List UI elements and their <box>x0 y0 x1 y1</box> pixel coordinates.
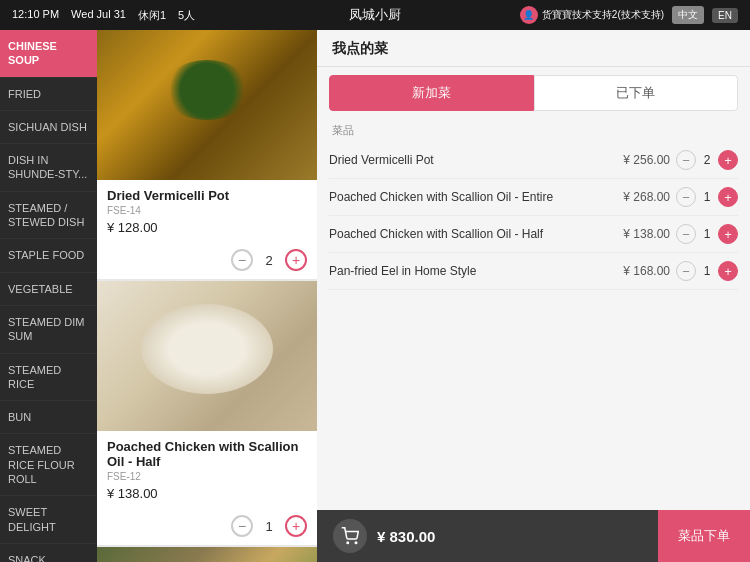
menu-item-0: Dried Vermicelli PotFSE-14¥ 128.00−2+ <box>97 30 317 279</box>
menu-item-qty-1: 1 <box>261 519 277 534</box>
food-image-2 <box>97 547 317 562</box>
svg-point-1 <box>355 542 357 544</box>
order-qty-0: 2 <box>700 153 714 167</box>
order-row-controls-1: −1+ <box>676 187 738 207</box>
order-row-3: Pan-fried Eel in Home Style¥ 168.00−1+ <box>329 253 738 290</box>
menu-list: Dried Vermicelli PotFSE-14¥ 128.00−2+Poa… <box>97 30 317 562</box>
sidebar-item-0[interactable]: CHINESE SOUP <box>0 30 97 78</box>
sidebar-item-4[interactable]: STEAMED / STEWED DISH <box>0 192 97 240</box>
order-qty-3: 1 <box>700 264 714 278</box>
checkout-button[interactable]: 菜品下单 <box>658 510 750 562</box>
order-plus-2[interactable]: + <box>718 224 738 244</box>
order-row-name-3: Pan-fried Eel in Home Style <box>329 264 606 278</box>
menu-item-1: Poached Chicken with Scallion Oil - Half… <box>97 281 317 545</box>
order-row-price-1: ¥ 268.00 <box>612 190 670 204</box>
order-qty-1: 1 <box>700 190 714 204</box>
menu-item-plus-1[interactable]: + <box>285 515 307 537</box>
sidebar-item-7[interactable]: STEAMED DIM SUM <box>0 306 97 354</box>
order-plus-1[interactable]: + <box>718 187 738 207</box>
order-row-price-3: ¥ 168.00 <box>612 264 670 278</box>
order-items: Dried Vermicelli Pot¥ 256.00−2+Poached C… <box>317 142 750 510</box>
topbar: 12:10 PM Wed Jul 31 休闲1 5人 凤城小厨 👤 货寶寶技术支… <box>0 0 750 30</box>
sidebar-item-10[interactable]: STEAMED RICE FLOUR ROLL <box>0 434 97 496</box>
sidebar: CHINESE SOUPFRIEDSICHUAN DISHDISH IN SHU… <box>0 30 97 562</box>
order-qty-2: 1 <box>700 227 714 241</box>
sidebar-item-2[interactable]: SICHUAN DISH <box>0 111 97 144</box>
sidebar-item-8[interactable]: STEAMED RICE <box>0 354 97 402</box>
sidebar-item-12[interactable]: SNACK <box>0 544 97 562</box>
restaurant-name: 凤城小厨 <box>349 6 401 24</box>
order-row-controls-0: −2+ <box>676 150 738 170</box>
order-row-name-1: Poached Chicken with Scallion Oil - Enti… <box>329 190 606 204</box>
food-image-1 <box>97 281 317 431</box>
menu-item-controls-1: −1+ <box>97 511 317 545</box>
menu-item-minus-0[interactable]: − <box>231 249 253 271</box>
order-tabs: 新加菜 已下单 <box>317 67 750 119</box>
status-day: Wed Jul 31 <box>71 8 126 23</box>
order-row-price-2: ¥ 138.00 <box>612 227 670 241</box>
sidebar-item-9[interactable]: BUN <box>0 401 97 434</box>
order-minus-1[interactable]: − <box>676 187 696 207</box>
sidebar-item-11[interactable]: SWEET DELIGHT <box>0 496 97 544</box>
menu-item-minus-1[interactable]: − <box>231 515 253 537</box>
status-time: 12:10 PM <box>12 8 59 23</box>
order-row-price-0: ¥ 256.00 <box>612 153 670 167</box>
menu-item-name-1: Poached Chicken with Scallion Oil - Half <box>107 439 307 469</box>
total-price: ¥ 830.00 <box>377 528 435 545</box>
order-row-controls-2: −1+ <box>676 224 738 244</box>
topbar-left: 12:10 PM Wed Jul 31 休闲1 5人 <box>12 8 195 23</box>
order-minus-2[interactable]: − <box>676 224 696 244</box>
sidebar-item-3[interactable]: DISH IN SHUNDE-STY... <box>0 144 97 192</box>
user-info: 👤 货寶寶技术支持2(技术支持) <box>520 6 664 24</box>
tab-ordered[interactable]: 已下单 <box>534 75 739 111</box>
order-plus-3[interactable]: + <box>718 261 738 281</box>
menu-item-plus-0[interactable]: + <box>285 249 307 271</box>
order-row-name-2: Poached Chicken with Scallion Oil - Half <box>329 227 606 241</box>
order-title: 我点的菜 <box>317 30 750 67</box>
order-minus-3[interactable]: − <box>676 261 696 281</box>
sidebar-item-6[interactable]: VEGETABLE <box>0 273 97 306</box>
order-row-0: Dried Vermicelli Pot¥ 256.00−2+ <box>329 142 738 179</box>
order-bottom: ¥ 830.00 菜品下单 <box>317 510 750 562</box>
table-label: 休闲1 <box>138 8 166 23</box>
menu-item-qty-0: 2 <box>261 253 277 268</box>
food-image-0 <box>97 30 317 180</box>
order-section-label: 菜品 <box>317 119 750 142</box>
menu-item-price-0: ¥ 128.00 <box>107 220 307 235</box>
sidebar-item-1[interactable]: FRIED <box>0 78 97 111</box>
order-minus-0[interactable]: − <box>676 150 696 170</box>
main-layout: CHINESE SOUPFRIEDSICHUAN DISHDISH IN SHU… <box>0 30 750 562</box>
svg-point-0 <box>347 542 349 544</box>
menu-item-controls-0: −2+ <box>97 245 317 279</box>
menu-item-2: Pan-fried Eel in Home StyleFSE-10¥ 168.0… <box>97 547 317 562</box>
sidebar-item-5[interactable]: STAPLE FOOD <box>0 239 97 272</box>
menu-item-price-1: ¥ 138.00 <box>107 486 307 501</box>
order-plus-0[interactable]: + <box>718 150 738 170</box>
lang-en-button[interactable]: EN <box>712 8 738 23</box>
order-panel: 我点的菜 新加菜 已下单 菜品 Dried Vermicelli Pot¥ 25… <box>317 30 750 562</box>
lang-cn-button[interactable]: 中文 <box>672 6 704 24</box>
user-name: 货寶寶技术支持2(技术支持) <box>542 8 664 22</box>
order-row-1: Poached Chicken with Scallion Oil - Enti… <box>329 179 738 216</box>
order-row-controls-3: −1+ <box>676 261 738 281</box>
cart-area: ¥ 830.00 <box>317 519 658 553</box>
topbar-right: 👤 货寶寶技术支持2(技术支持) 中文 EN <box>520 6 738 24</box>
tab-new[interactable]: 新加菜 <box>329 75 534 111</box>
menu-item-name-0: Dried Vermicelli Pot <box>107 188 307 203</box>
cart-icon[interactable] <box>333 519 367 553</box>
menu-item-code-0: FSE-14 <box>107 205 307 216</box>
menu-item-code-1: FSE-12 <box>107 471 307 482</box>
order-row-name-0: Dried Vermicelli Pot <box>329 153 606 167</box>
order-row-2: Poached Chicken with Scallion Oil - Half… <box>329 216 738 253</box>
user-avatar: 👤 <box>520 6 538 24</box>
persons-label: 5人 <box>178 8 195 23</box>
